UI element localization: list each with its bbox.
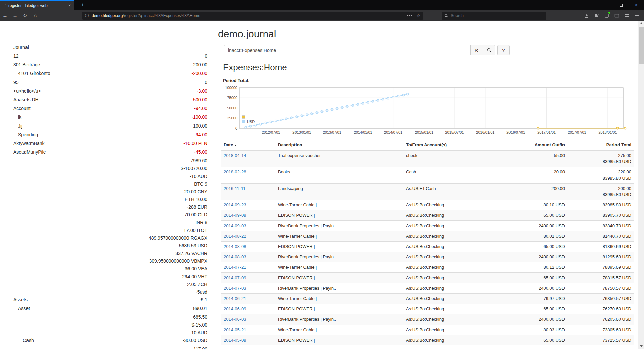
account-balance: -30.00 USD — [183, 337, 207, 344]
sidebar-account-link[interactable]: 95 — [13, 79, 19, 86]
period-total-cell: 78750.57 USD — [568, 283, 634, 294]
account-cell: As:US:Bo:Checking — [403, 273, 514, 283]
sidebar-account-link[interactable]: Aaasets:DH — [13, 96, 39, 104]
account-balances: -117.00 — [192, 345, 207, 349]
column-header: Amount Out/In — [514, 140, 568, 150]
transaction-date-link[interactable]: 2014-09-23 — [224, 202, 246, 207]
period-total-cell: 83985.80 USD — [568, 200, 634, 210]
svg-text:50000: 50000 — [227, 106, 237, 110]
scrollbar-thumb[interactable] — [639, 27, 644, 64]
help-button[interactable]: ? — [497, 45, 510, 55]
period-total-cell: 275.0083985.80 USD — [568, 150, 634, 167]
transaction-date-link[interactable]: 2018-02-28 — [224, 169, 246, 174]
sidebar-account-link[interactable]: Asset — [13, 305, 30, 312]
sidebar-account-link[interactable]: Account — [13, 105, 31, 112]
account-balances: 7989.60$-100720.00-10 AUDBTC 9-20.00 CNY… — [149, 157, 207, 304]
description-cell: RiverBank Properties | Payin.. — [275, 221, 403, 231]
library-icon[interactable] — [592, 10, 602, 21]
sidebar-account-link[interactable]: <u>hello</u> — [13, 87, 41, 95]
browser-search-field[interactable]: Search — [442, 12, 546, 20]
transaction-date-link[interactable]: 2014-09-03 — [224, 223, 246, 228]
period-total-cell: 76350.57 USD — [568, 294, 634, 304]
scroll-down-icon[interactable] — [638, 344, 644, 349]
svg-text:75000: 75000 — [227, 96, 237, 100]
transaction-date-link[interactable]: 2014-06-21 — [224, 296, 246, 301]
period-total-chart[interactable]: 02500050000750001000002012/07/012013/01/… — [224, 83, 631, 140]
transaction-date-link[interactable]: 2014-07-09 — [224, 275, 246, 280]
transaction-date-link[interactable]: 2014-07-21 — [224, 265, 246, 270]
back-button[interactable]: ← — [0, 13, 10, 18]
site-info-icon[interactable]: ⓘ — [85, 13, 89, 19]
description-cell: EDISON POWER | — [275, 304, 403, 314]
period-total-line: 73725.57 USD — [570, 337, 631, 343]
sidebar-account-link[interactable]: Spending — [13, 131, 38, 139]
sidebar-account-link[interactable]: Asets:MunyPile — [13, 148, 46, 156]
home-button[interactable]: ⌂ — [30, 13, 40, 18]
sidebar-journal-link[interactable]: Journal — [13, 44, 207, 51]
url-path: /register?q=inacct%3AExpenses%3AHome — [123, 13, 200, 18]
sidebar-account-link[interactable]: 4101 Girokonto — [13, 70, 50, 78]
url-bar[interactable]: ⓘ demo.hledger.org /register?q=inacct%3A… — [82, 12, 423, 20]
date-cell: 2014-08-08 — [221, 242, 275, 252]
sidebar-account-link[interactable]: Aktywa:mBank — [13, 140, 45, 147]
sidebar-account-link[interactable]: 12 — [13, 52, 19, 60]
window-close-button[interactable]: ✕ — [629, 0, 644, 10]
period-total-cell: 83840.70 USD — [568, 221, 634, 231]
transaction-date-link[interactable]: 2014-09-08 — [224, 213, 246, 218]
reload-button[interactable]: ↻ — [20, 13, 30, 19]
download-icon[interactable] — [582, 10, 592, 21]
transaction-date-link[interactable]: 2014-05-08 — [224, 338, 246, 343]
window-maximize-button[interactable] — [613, 0, 629, 10]
sidebar-account-row: Account-94.00 — [13, 105, 207, 112]
sidebar-account-link[interactable]: Jij — [13, 122, 22, 130]
description-cell: Landscaping — [275, 184, 403, 200]
transaction-date-link[interactable]: 2014-08-03 — [224, 254, 246, 259]
clear-query-button[interactable]: ⊗ — [471, 45, 483, 55]
transaction-date-link[interactable]: 2014-07-03 — [224, 286, 246, 291]
page-scrollbar[interactable] — [638, 21, 644, 349]
sidebar-account-row: Spending-94.00 — [13, 131, 207, 139]
window-minimize-button[interactable] — [598, 0, 613, 10]
sidebar-account-link[interactable]: 301 Beiträge — [13, 61, 40, 69]
extension-icon[interactable] — [602, 10, 612, 21]
query-input[interactable] — [224, 45, 471, 55]
amount-cell: 80.01 USD — [514, 231, 568, 242]
transaction-date-link[interactable]: 2014-06-03 — [224, 317, 246, 322]
period-total-line: 81360.69 USD — [570, 244, 631, 250]
transaction-date-link[interactable]: 2014-05-21 — [224, 327, 246, 332]
table-row: 2014-05-21Wine-Tarner Cable |As:US:Bo:Ch… — [221, 325, 634, 335]
new-tab-button[interactable]: + — [78, 0, 87, 10]
table-row: 2014-08-03RiverBank Properties | Payin..… — [221, 252, 634, 262]
account-balance: -200.00 — [192, 70, 207, 78]
legend-entry — [242, 115, 255, 119]
page-actions-icon[interactable]: ••• — [407, 13, 413, 18]
transaction-date-link[interactable]: 2014-08-22 — [224, 234, 246, 239]
sidebar-toggle-icon[interactable] — [612, 10, 622, 21]
bookmark-star-icon[interactable]: ☆ — [416, 13, 420, 18]
search-button[interactable] — [483, 45, 495, 55]
menu-icon[interactable] — [632, 10, 642, 21]
apps-grid-icon[interactable] — [622, 10, 632, 21]
svg-text:2017/01/01: 2017/01/01 — [537, 130, 556, 134]
account-balances: -3.00 — [197, 87, 207, 95]
browser-tab[interactable]: register - hledger-web ✕ — [0, 0, 74, 10]
forward-button[interactable]: → — [10, 13, 20, 18]
sidebar-account-link[interactable]: lk — [13, 113, 21, 121]
transaction-date-link[interactable]: 2016-11-11 — [224, 186, 246, 191]
scroll-up-icon[interactable] — [638, 21, 644, 26]
svg-text:25000: 25000 — [227, 116, 237, 120]
table-row: 2014-06-21Wine-Tarner Cable |As:US:Bo:Ch… — [221, 294, 634, 304]
transaction-date-link[interactable]: 2018-04-14 — [224, 153, 246, 158]
period-total-line: 81295.69 USD — [570, 254, 631, 260]
sidebar-account-link[interactable]: Cash — [13, 337, 34, 344]
tab-title: register - hledger-web — [8, 3, 66, 8]
sidebar-account-row: Asset890.01 — [13, 305, 207, 312]
transaction-date-link[interactable]: 2014-06-09 — [224, 306, 246, 311]
transaction-date-link[interactable]: 2014-08-08 — [224, 244, 246, 249]
sidebar-account-link[interactable]: Assets — [13, 296, 28, 304]
account-balance: -45.00 — [194, 148, 207, 156]
amount-cell: 79.97 USD — [514, 294, 568, 304]
table-row: 2014-06-03RiverBank Properties | Payin..… — [221, 314, 634, 325]
column-header[interactable]: Date▲ — [221, 140, 275, 150]
tab-close-icon[interactable]: ✕ — [68, 4, 71, 7]
